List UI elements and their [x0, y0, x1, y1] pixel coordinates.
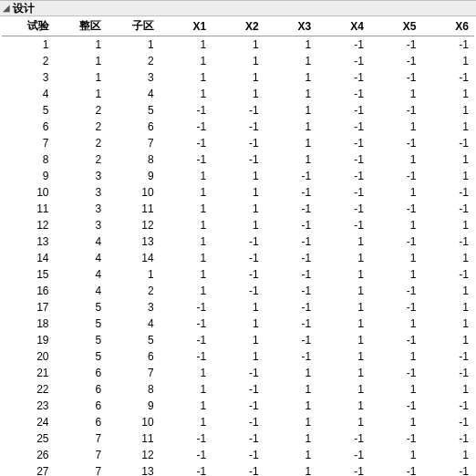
table-cell: 1 — [212, 316, 264, 332]
table-row[interactable]: 144141-1-1111 — [2, 250, 474, 266]
table-row[interactable]: 27713-1-11-1-1-1 — [2, 463, 474, 476]
table-cell: 12 — [2, 217, 55, 233]
column-header[interactable]: X3 — [264, 16, 317, 36]
table-cell: -1 — [369, 135, 422, 151]
table-row[interactable]: 313111-1-1-1 — [2, 69, 474, 86]
table-cell: 7 — [107, 365, 160, 381]
table-cell: -1 — [316, 447, 369, 463]
column-header[interactable]: X4 — [316, 16, 369, 36]
table-cell: 1 — [316, 414, 369, 430]
table-cell: 1 — [421, 283, 474, 299]
table-row[interactable]: 93911-1-1-11 — [2, 168, 474, 184]
table-cell: 1 — [160, 53, 212, 69]
column-header[interactable]: X6 — [421, 16, 474, 36]
table-row[interactable]: 2056-11-111-1 — [2, 348, 474, 365]
table-cell: 1 — [369, 447, 422, 463]
table-row[interactable]: 21671-111-1-1 — [2, 365, 474, 381]
table-cell: 1 — [316, 398, 369, 414]
table-row[interactable]: 134131-1-11-1-1 — [2, 233, 474, 250]
table-cell: 1 — [421, 151, 474, 168]
table-row[interactable]: 1131111-1-1-1-1 — [2, 201, 474, 217]
table-cell: 1 — [212, 184, 264, 201]
table-cell: 1 — [369, 414, 422, 430]
table-row[interactable]: 23691-111-1-1 — [2, 398, 474, 414]
table-cell: 17 — [2, 299, 55, 316]
table-row[interactable]: 22681-11111 — [2, 381, 474, 398]
table-cell: -1 — [264, 201, 317, 217]
table-row[interactable]: 15411-1-111-1 — [2, 266, 474, 283]
table-cell: -1 — [212, 430, 264, 447]
table-cell: 13 — [2, 233, 55, 250]
table-row[interactable]: 626-1-11-111 — [2, 119, 474, 135]
table-row[interactable]: 414111-111 — [2, 86, 474, 102]
table-cell: 1 — [421, 119, 474, 135]
table-cell: 1 — [2, 36, 55, 54]
table-row[interactable]: 26712-1-11-111 — [2, 447, 474, 463]
table-cell: 1 — [369, 250, 422, 266]
column-header[interactable]: X1 — [160, 16, 212, 36]
table-row[interactable]: 25711-1-11-1-1-1 — [2, 430, 474, 447]
table-cell: 1 — [369, 217, 422, 233]
table-row[interactable]: 525-1-11-1-11 — [2, 102, 474, 119]
column-header[interactable]: X2 — [212, 16, 264, 36]
table-row[interactable]: 111111-1-1-1 — [2, 36, 474, 54]
table-cell: -1 — [212, 135, 264, 151]
table-cell: 1 — [316, 266, 369, 283]
table-cell: 1 — [160, 266, 212, 283]
table-cell: -1 — [316, 151, 369, 168]
table-cell: 3 — [55, 184, 108, 201]
table-cell: -1 — [316, 86, 369, 102]
table-row[interactable]: 1231211-1-111 — [2, 217, 474, 233]
table-row[interactable]: 727-1-11-1-1-1 — [2, 135, 474, 151]
table-cell: 2 — [55, 102, 108, 119]
table-cell: 7 — [55, 463, 108, 476]
table-cell: 1 — [160, 184, 212, 201]
table-cell: 2 — [2, 53, 55, 69]
table-cell: 7 — [55, 430, 108, 447]
table-cell: -1 — [212, 250, 264, 266]
table-cell: 1 — [316, 332, 369, 348]
table-cell: 5 — [55, 316, 108, 332]
table-cell: 1 — [107, 266, 160, 283]
table-cell: -1 — [264, 266, 317, 283]
disclosure-triangle-icon[interactable]: ◢ — [3, 3, 10, 13]
table-cell: -1 — [212, 398, 264, 414]
table-cell: 10 — [2, 184, 55, 201]
table-cell: 22 — [2, 381, 55, 398]
column-header[interactable]: 整区 — [55, 16, 108, 36]
table-cell: -1 — [264, 283, 317, 299]
panel-header[interactable]: ◢ 设计 — [0, 0, 476, 16]
table-cell: 1 — [160, 381, 212, 398]
table-row[interactable]: 212111-1-11 — [2, 53, 474, 69]
table-row[interactable]: 1955-11-11-11 — [2, 332, 474, 348]
table-cell: 1 — [421, 381, 474, 398]
table-row[interactable]: 828-1-11-111 — [2, 151, 474, 168]
table-cell: 14 — [2, 250, 55, 266]
table-header-row: 试验整区子区X1X2X3X4X5X6 — [2, 16, 474, 36]
table-cell: 7 — [55, 447, 108, 463]
table-cell: -1 — [212, 233, 264, 250]
table-cell: 4 — [107, 86, 160, 102]
column-header[interactable]: 试验 — [2, 16, 55, 36]
table-cell: 3 — [55, 168, 108, 184]
design-table: 试验整区子区X1X2X3X4X5X6 111111-1-1-1212111-1-… — [2, 16, 474, 476]
table-row[interactable]: 16421-1-11-11 — [2, 283, 474, 299]
table-row[interactable]: 1854-11-1111 — [2, 316, 474, 332]
table-cell: 25 — [2, 430, 55, 447]
table-cell: -1 — [316, 201, 369, 217]
table-cell: -1 — [369, 299, 422, 316]
table-cell: 6 — [55, 414, 108, 430]
table-cell: -1 — [264, 168, 317, 184]
table-row[interactable]: 246101-1111-1 — [2, 414, 474, 430]
column-header[interactable]: X5 — [369, 16, 422, 36]
table-cell: -1 — [369, 332, 422, 348]
column-header[interactable]: 子区 — [107, 16, 160, 36]
table-cell: -1 — [421, 348, 474, 365]
table-cell: -1 — [160, 316, 212, 332]
table-cell: 24 — [2, 414, 55, 430]
table-cell: -1 — [369, 168, 422, 184]
table-cell: -1 — [369, 53, 422, 69]
table-cell: -1 — [316, 69, 369, 86]
table-row[interactable]: 1753-11-11-11 — [2, 299, 474, 316]
table-row[interactable]: 1031011-1-11-1 — [2, 184, 474, 201]
